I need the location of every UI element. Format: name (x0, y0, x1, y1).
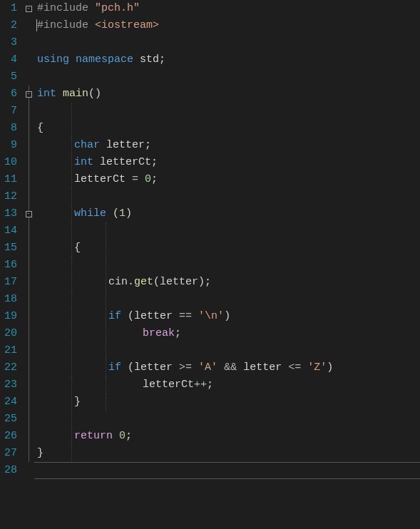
fold-cell[interactable] (23, 445, 34, 462)
code-line[interactable]: break; (34, 325, 420, 342)
fold-cell[interactable] (23, 240, 34, 257)
fold-cell[interactable] (23, 359, 34, 376)
code-line[interactable]: } (34, 445, 420, 462)
code-line[interactable] (34, 291, 420, 308)
code-line[interactable]: cin.get(letter); (34, 274, 420, 291)
token (56, 88, 63, 100)
token (69, 53, 76, 66)
fold-cell[interactable] (23, 68, 34, 86)
fold-cell[interactable] (23, 222, 34, 240)
token (138, 173, 145, 185)
code-editor[interactable]: 1234567891011121314151617181920212223242… (0, 0, 420, 529)
fold-column[interactable]: --- (23, 0, 34, 529)
fold-cell[interactable] (23, 428, 34, 445)
code-line[interactable]: while (1) (34, 205, 420, 222)
fold-cell[interactable] (23, 257, 34, 274)
fold-cell[interactable] (23, 17, 34, 34)
fold-cell[interactable] (23, 120, 34, 137)
code-line[interactable]: letterCt = 0; (34, 171, 420, 188)
code-line[interactable] (34, 411, 420, 428)
fold-cell[interactable] (23, 137, 34, 154)
token: ; (151, 173, 158, 185)
fold-guide (29, 376, 29, 394)
fold-cell[interactable] (23, 274, 34, 291)
indent-guide (71, 428, 72, 445)
fold-cell[interactable] (23, 171, 34, 188)
fold-cell[interactable] (23, 51, 34, 68)
code-line[interactable]: using namespace std; (34, 51, 420, 68)
line-number: 8 (4, 120, 17, 137)
line-number: 25 (4, 411, 17, 428)
code-line[interactable]: #include "pch.h" (34, 0, 420, 17)
code-line[interactable] (34, 462, 420, 479)
token: <iostream> (95, 19, 159, 31)
code-line[interactable] (34, 34, 420, 51)
code-line[interactable] (34, 222, 420, 240)
code-text: if (letter >= 'A' && letter <= 'Z') (37, 361, 333, 374)
line-number: 26 (4, 428, 17, 445)
code-line[interactable]: { (34, 240, 420, 257)
fold-cell[interactable] (23, 188, 34, 205)
code-text: letterCt++; (37, 379, 213, 391)
fold-cell[interactable] (23, 342, 34, 359)
line-number: 22 (4, 359, 17, 376)
fold-cell[interactable] (23, 308, 34, 325)
line-number: 20 (4, 325, 17, 342)
code-line[interactable] (34, 188, 420, 205)
token: int (37, 88, 56, 100)
token: ( (113, 207, 119, 220)
code-line[interactable]: return 0; (34, 428, 420, 445)
code-line[interactable]: letterCt++; (34, 376, 420, 394)
code-line[interactable] (34, 103, 420, 120)
line-number: 11 (4, 171, 17, 188)
line-number: 13 (4, 205, 17, 222)
fold-cell[interactable]: - (23, 86, 34, 103)
token (217, 361, 224, 374)
code-line[interactable] (34, 342, 420, 359)
code-line[interactable]: int main() (34, 86, 420, 103)
indent-guide (71, 103, 72, 120)
fold-cell[interactable]: - (23, 205, 34, 222)
code-line[interactable] (34, 68, 420, 86)
fold-guide (29, 342, 29, 359)
fold-cell[interactable]: - (23, 0, 34, 17)
fold-guide (29, 428, 29, 445)
code-line[interactable]: #include <iostream> (34, 17, 420, 34)
code-line[interactable]: int letterCt; (34, 154, 420, 171)
code-text: return 0; (37, 430, 132, 442)
fold-guide (29, 359, 29, 376)
fold-cell[interactable] (23, 462, 34, 479)
fold-collapse-icon[interactable]: - (26, 211, 32, 217)
indent-guide (106, 222, 106, 240)
token (192, 310, 198, 322)
fold-cell[interactable] (23, 154, 34, 171)
code-text: using namespace std; (37, 53, 165, 66)
code-line[interactable]: if (letter >= 'A' && letter <= 'Z') (34, 359, 420, 376)
indent-guide (71, 308, 72, 325)
code-line[interactable]: char letter; (34, 137, 420, 154)
token: } (37, 447, 43, 459)
token: return (74, 430, 113, 442)
token: letter (134, 361, 179, 374)
line-number: 7 (4, 103, 17, 120)
indent-guide (71, 394, 72, 411)
fold-cell[interactable] (23, 34, 34, 51)
code-text: cin.get(letter); (37, 276, 211, 288)
code-line[interactable]: } (34, 394, 420, 411)
code-area[interactable]: #include "pch.h"#include <iostream>using… (34, 0, 420, 529)
code-line[interactable] (34, 257, 420, 274)
fold-cell[interactable] (23, 325, 34, 342)
fold-collapse-icon[interactable]: - (26, 91, 32, 98)
fold-collapse-icon[interactable]: - (26, 6, 32, 12)
token: #include (37, 19, 95, 31)
fold-cell[interactable] (23, 394, 34, 411)
token: if (108, 310, 121, 322)
token: () (88, 88, 101, 100)
token (121, 310, 128, 322)
fold-cell[interactable] (23, 103, 34, 120)
fold-cell[interactable] (23, 376, 34, 394)
code-line[interactable]: if (letter == '\n') (34, 308, 420, 325)
code-line[interactable]: { (34, 120, 420, 137)
fold-cell[interactable] (23, 291, 34, 308)
fold-cell[interactable] (23, 411, 34, 428)
